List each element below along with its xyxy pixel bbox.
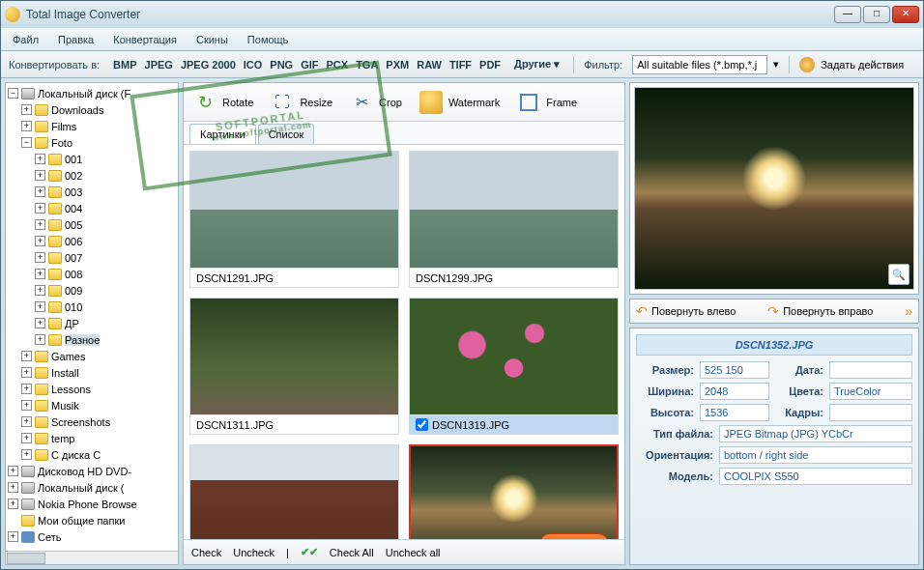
format-tiff[interactable]: TIFF [446, 57, 476, 72]
buy-button[interactable]: Купить! [539, 533, 609, 539]
expand-icon[interactable]: + [21, 433, 32, 443]
tree-item[interactable]: +001 [8, 151, 176, 167]
format-bmp[interactable]: BMP [109, 57, 140, 72]
expand-icon[interactable]: + [21, 416, 32, 427]
expand-icon[interactable]: + [21, 104, 32, 115]
tree-item[interactable]: +Nokia Phone Browse [8, 496, 176, 512]
thumbnail-cell[interactable]: DSCN1291.JPG [189, 151, 399, 288]
tree-item[interactable]: +004 [8, 200, 176, 216]
tree-item[interactable]: +005 [8, 216, 176, 233]
tree-item[interactable]: +008 [8, 266, 176, 282]
thumbnail-cell[interactable] [189, 444, 399, 539]
tree-item[interactable]: +Локальный диск ( [8, 479, 176, 496]
expand-icon[interactable]: + [8, 482, 18, 493]
format-pdf[interactable]: PDF [476, 57, 505, 72]
tree-item[interactable]: +temp [8, 430, 176, 446]
uncheck-button[interactable]: Uncheck [233, 547, 274, 558]
filter-input[interactable] [632, 55, 767, 74]
thumbnail-cell[interactable]: DSCN1319.JPG [409, 298, 619, 435]
rotate-right-button[interactable]: ↷Повернуть вправо [767, 303, 873, 319]
expand-icon[interactable]: + [8, 499, 18, 509]
tree-item[interactable]: +Дисковод HD DVD- [8, 463, 176, 479]
tree-item[interactable]: +009 [8, 282, 176, 299]
tree-item[interactable]: −Локальный диск (F [8, 85, 176, 101]
tree-item[interactable]: +Сеть [8, 528, 176, 545]
format-tga[interactable]: TGA [352, 57, 382, 72]
menu-edit[interactable]: Правка [54, 32, 98, 47]
format-raw[interactable]: RAW [413, 57, 446, 72]
tree-item[interactable]: +Разное [8, 331, 176, 348]
expand-icon[interactable]: + [35, 318, 45, 328]
maximize-button[interactable]: □ [863, 6, 890, 23]
check-button[interactable]: Check [191, 547, 221, 558]
tree-item[interactable]: +Downloads [8, 101, 176, 118]
tree-item[interactable]: +ДР [8, 315, 176, 331]
tree-item[interactable]: +Install [8, 364, 176, 381]
rotate-left-button[interactable]: ↶Повернуть влево [636, 303, 736, 319]
tree-item[interactable]: +007 [8, 249, 176, 266]
expand-icon[interactable]: + [35, 203, 45, 214]
tree-item[interactable]: +Screenshots [8, 413, 176, 430]
thumbnail-label[interactable]: DSCN1319.JPG [410, 414, 618, 434]
menu-skins[interactable]: Скины [192, 32, 232, 47]
thumbnail-label[interactable]: DSCN1291.JPG [190, 268, 398, 287]
menu-help[interactable]: Помощь [244, 32, 293, 47]
thumbnail-label[interactable]: DSCN1311.JPG [190, 414, 398, 434]
expand-icon[interactable]: + [8, 531, 18, 542]
expand-icon[interactable]: + [21, 351, 32, 361]
tree-scrollbar[interactable] [6, 551, 178, 564]
expand-icon[interactable]: + [35, 219, 45, 230]
expand-icon[interactable]: + [21, 400, 32, 411]
tab-list[interactable]: Список [258, 124, 315, 144]
expand-icon[interactable]: + [35, 170, 45, 181]
expand-icon[interactable]: + [35, 252, 45, 263]
thumbnail-cell[interactable]: DSCN1299.JPG [409, 151, 619, 288]
expand-icon[interactable]: − [8, 88, 18, 99]
expand-icon[interactable]: + [21, 384, 32, 394]
uncheck-all-button[interactable]: Uncheck all [386, 547, 441, 558]
zoom-icon[interactable]: 🔍 [888, 264, 910, 285]
format-png[interactable]: PNG [266, 57, 297, 72]
expand-icon[interactable]: + [35, 154, 45, 164]
minimize-button[interactable]: — [834, 6, 861, 23]
format-gif[interactable]: GIF [297, 57, 322, 72]
expand-icon[interactable]: + [21, 121, 32, 131]
tree-item[interactable]: +Musik [8, 397, 176, 413]
expand-icon[interactable]: + [8, 466, 18, 476]
expand-icon[interactable]: » [905, 303, 912, 319]
tree-item[interactable]: +006 [8, 233, 176, 249]
format-jpeg2000[interactable]: JPEG 2000 [177, 57, 240, 72]
tree-item[interactable]: +Films [8, 118, 176, 134]
thumbnail-grid[interactable]: DSCN1291.JPGDSCN1299.JPGDSCN1311.JPGDSCN… [184, 145, 624, 539]
folder-tree[interactable]: −Локальный диск (F+Downloads+Films−Foto+… [5, 82, 179, 565]
format-other[interactable]: Другие ▾ [510, 56, 563, 72]
format-ico[interactable]: ICO [240, 57, 267, 72]
thumbnail-label[interactable]: DSCN1299.JPG [410, 268, 618, 287]
format-pxm[interactable]: PXM [382, 57, 413, 72]
expand-icon[interactable]: + [35, 334, 45, 345]
crop-button[interactable]: ✂Crop [350, 91, 402, 114]
menu-convert[interactable]: Конвертация [109, 32, 181, 47]
expand-icon[interactable]: + [21, 367, 32, 378]
tab-pictures[interactable]: Картинки [189, 124, 256, 144]
menu-file[interactable]: Файл [9, 32, 43, 47]
tree-item[interactable]: −Foto [8, 134, 176, 151]
expand-icon[interactable]: + [35, 301, 45, 312]
set-actions-button[interactable]: Задать действия [821, 59, 904, 71]
frame-button[interactable]: Frame [517, 91, 577, 114]
expand-icon[interactable]: + [35, 269, 45, 279]
expand-icon[interactable]: + [35, 186, 45, 197]
rotate-button[interactable]: ↻Rotate [193, 91, 253, 114]
resize-button[interactable]: ⛶Resize [271, 91, 332, 114]
tree-item[interactable]: +003 [8, 184, 176, 200]
tree-item[interactable]: Мои общие папки [8, 512, 176, 528]
expand-icon[interactable]: − [21, 137, 32, 148]
thumbnail-cell[interactable]: Купить! [409, 444, 619, 539]
check-all-button[interactable]: Check All [330, 547, 374, 558]
tree-item[interactable]: +010 [8, 299, 176, 315]
thumbnail-checkbox[interactable] [416, 418, 428, 431]
tree-item[interactable]: +С диска С [8, 446, 176, 463]
thumbnail-cell[interactable]: DSCN1311.JPG [189, 298, 399, 435]
tree-item[interactable]: +002 [8, 167, 176, 184]
expand-icon[interactable]: + [35, 236, 45, 246]
